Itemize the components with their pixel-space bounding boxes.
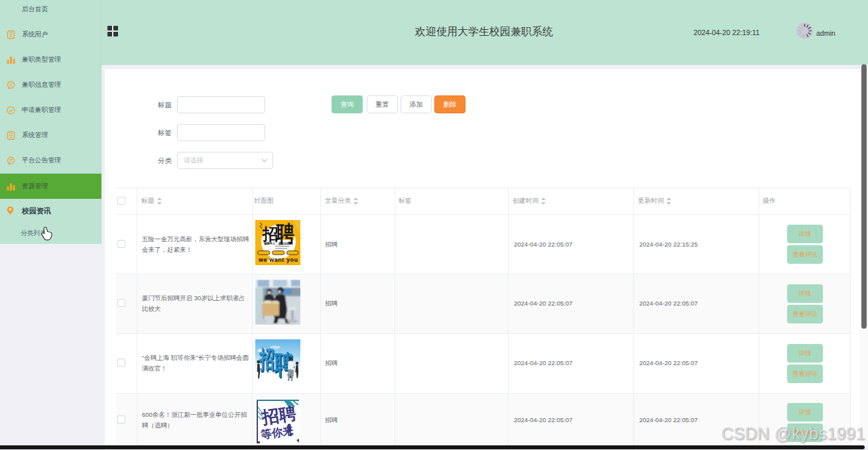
svg-text:we want you: we want you xyxy=(258,256,298,263)
svg-text:招: 招 xyxy=(259,345,275,372)
